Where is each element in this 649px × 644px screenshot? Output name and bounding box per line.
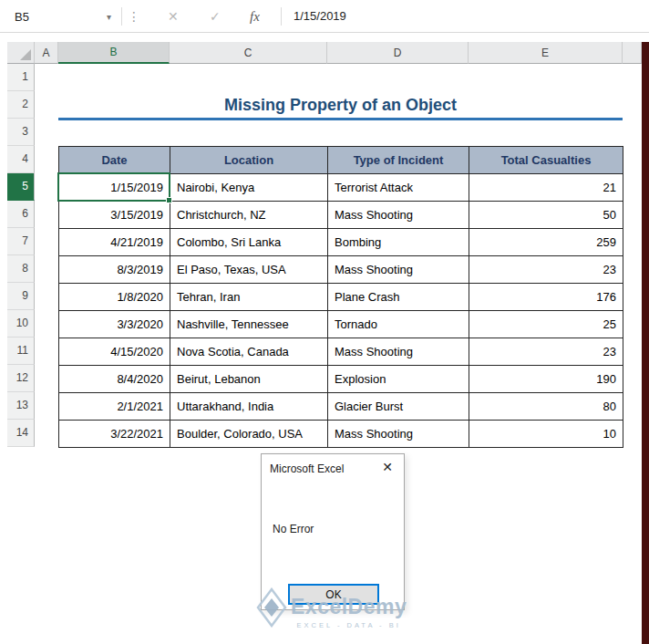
table-row: 8/3/2019 El Paso, Texas, USA Mass Shooti… (59, 256, 623, 284)
formula-bar: B5 ▾ ⋮ ✕ ✓ fx 1/15/2019 (0, 0, 649, 33)
cell-date[interactable]: 3/15/2019 (59, 202, 170, 229)
row-header[interactable]: 11 (7, 338, 35, 365)
cell-casualties[interactable]: 50 (469, 202, 623, 229)
name-box[interactable]: B5 ▾ (5, 5, 118, 28)
formula-input[interactable]: 1/15/2019 (294, 0, 640, 33)
header-incident[interactable]: Type of Incident (328, 147, 469, 174)
table-row: 1/8/2020 Tehran, Iran Plane Crash 176 (59, 284, 623, 311)
header-location[interactable]: Location (170, 147, 328, 174)
cell-location[interactable]: Colombo, Sri Lanka (170, 229, 328, 256)
cell-incident[interactable]: Plane Crash (328, 284, 469, 311)
row-header[interactable]: 6 (7, 201, 35, 228)
formula-bar-drag-handle-icon[interactable]: ⋮ (128, 8, 140, 25)
cell-date[interactable]: 4/15/2020 (59, 338, 170, 366)
exceldemy-watermark: ExcelDemy EXCEL - DATA - BI (256, 587, 407, 631)
cell-incident[interactable]: Terrorist Attack (328, 174, 469, 202)
cell-location[interactable]: Nashville, Tennessee (170, 311, 328, 338)
cell-location[interactable]: Nairobi, Kenya (170, 174, 328, 202)
name-box-value: B5 (15, 10, 29, 24)
right-edge-strip (642, 42, 649, 644)
select-all-corner[interactable] (7, 42, 35, 64)
cell-incident[interactable]: Bombing (328, 229, 469, 256)
select-all-triangle-icon (20, 49, 31, 60)
cell-casualties[interactable]: 176 (469, 284, 623, 311)
row-header[interactable]: 9 (7, 283, 35, 310)
cell-date[interactable]: 8/3/2019 (59, 256, 170, 284)
table-row: 3/22/2021 Boulder, Colorado, USA Mass Sh… (59, 421, 623, 448)
cell-incident[interactable]: Glacier Burst (328, 393, 469, 421)
header-date[interactable]: Date (59, 147, 170, 174)
cell-date[interactable]: 2/1/2021 (59, 393, 170, 421)
cell-casualties[interactable]: 23 (469, 338, 623, 366)
cell-date[interactable]: 1/15/2019 (59, 174, 170, 202)
name-box-separator (121, 7, 122, 26)
table-header-row: Date Location Type of Incident Total Cas… (59, 147, 623, 174)
table-row: 1/15/2019 Nairobi, Kenya Terrorist Attac… (59, 174, 623, 202)
row-header[interactable]: 4 (7, 146, 35, 173)
cell-incident[interactable]: Mass Shooting (328, 256, 469, 284)
cell-casualties[interactable]: 190 (469, 366, 623, 393)
cell-incident[interactable]: Mass Shooting (328, 202, 469, 229)
column-header-d[interactable]: D (327, 42, 469, 64)
enter-icon[interactable]: ✓ (210, 8, 221, 25)
cell-location[interactable]: Tehran, Iran (170, 284, 328, 311)
row-header[interactable]: 2 (7, 91, 35, 119)
row-header[interactable]: 12 (7, 365, 35, 392)
column-header-a[interactable]: A (35, 42, 58, 64)
cell-date[interactable]: 3/22/2021 (59, 421, 170, 448)
cell-date[interactable]: 8/4/2020 (59, 366, 170, 393)
row-header[interactable]: 13 (7, 392, 35, 420)
cell-location[interactable]: Beirut, Lebanon (170, 366, 328, 393)
cancel-icon[interactable]: ✕ (168, 8, 179, 25)
cell-location[interactable]: Nova Scotia, Canada (170, 338, 328, 366)
cell-location[interactable]: Boulder, Colorado, USA (170, 421, 328, 448)
table-row: 4/21/2019 Colombo, Sri Lanka Bombing 259 (59, 229, 623, 256)
cell-casualties[interactable]: 259 (469, 229, 623, 256)
row-header[interactable]: 10 (7, 310, 35, 338)
row-header[interactable]: 5 (7, 173, 35, 201)
cell-casualties[interactable]: 21 (469, 174, 623, 202)
row-header[interactable]: 7 (7, 228, 35, 255)
cell-casualties[interactable]: 23 (469, 256, 623, 284)
cell-casualties[interactable]: 80 (469, 393, 623, 421)
cell-date[interactable]: 1/8/2020 (59, 284, 170, 311)
row-header[interactable]: 14 (7, 420, 35, 447)
dialog-title: Microsoft Excel (270, 462, 344, 475)
column-header-filler (623, 42, 642, 64)
fill-handle[interactable] (166, 197, 172, 203)
column-header-c[interactable]: C (170, 42, 327, 64)
cell-location[interactable]: Christchurch, NZ (170, 202, 328, 229)
name-box-dropdown-icon[interactable]: ▾ (107, 12, 118, 22)
column-header-b[interactable]: B (58, 42, 170, 64)
watermark-text: ExcelDemy EXCEL - DATA - BI (291, 587, 407, 629)
cell-incident[interactable]: Mass Shooting (328, 338, 469, 366)
dialog-close-icon[interactable]: ✕ (382, 460, 393, 474)
formula-bar-separator (281, 7, 282, 26)
cell-location[interactable]: Uttarakhand, India (170, 393, 328, 421)
sheet-title-cell[interactable]: Missing Property of an Object (58, 91, 623, 119)
cell-date[interactable]: 4/21/2019 (59, 229, 170, 256)
insert-function-icon[interactable]: fx (250, 8, 260, 25)
column-headers: A B C D E (7, 42, 642, 64)
table-row: 2/1/2021 Uttarakhand, India Glacier Burs… (59, 393, 623, 421)
column-header-e[interactable]: E (469, 42, 623, 64)
cell-location[interactable]: El Paso, Texas, USA (170, 256, 328, 284)
cell-incident[interactable]: Tornado (328, 311, 469, 338)
watermark-brand: ExcelDemy (291, 595, 407, 619)
exceldemy-logo-icon (256, 587, 287, 631)
header-casualties[interactable]: Total Casualties (469, 147, 623, 174)
watermark-tagline: EXCEL - DATA - BI (297, 621, 401, 629)
cell-incident[interactable]: Explosion (328, 366, 469, 393)
row-header[interactable]: 3 (7, 119, 35, 146)
table-row: 4/15/2020 Nova Scotia, Canada Mass Shoot… (59, 338, 623, 366)
row-header[interactable]: 1 (7, 64, 35, 91)
table-row: 3/3/2020 Nashville, Tennessee Tornado 25 (59, 311, 623, 338)
table-row: 8/4/2020 Beirut, Lebanon Explosion 190 (59, 366, 623, 393)
cell-incident[interactable]: Mass Shooting (328, 421, 469, 448)
table-row: 3/15/2019 Christchurch, NZ Mass Shooting… (59, 202, 623, 229)
row-header[interactable]: 8 (7, 255, 35, 283)
cell-date[interactable]: 3/3/2020 (59, 311, 170, 338)
title-underline (58, 118, 623, 120)
cell-casualties[interactable]: 10 (469, 421, 623, 448)
cell-casualties[interactable]: 25 (469, 311, 623, 338)
